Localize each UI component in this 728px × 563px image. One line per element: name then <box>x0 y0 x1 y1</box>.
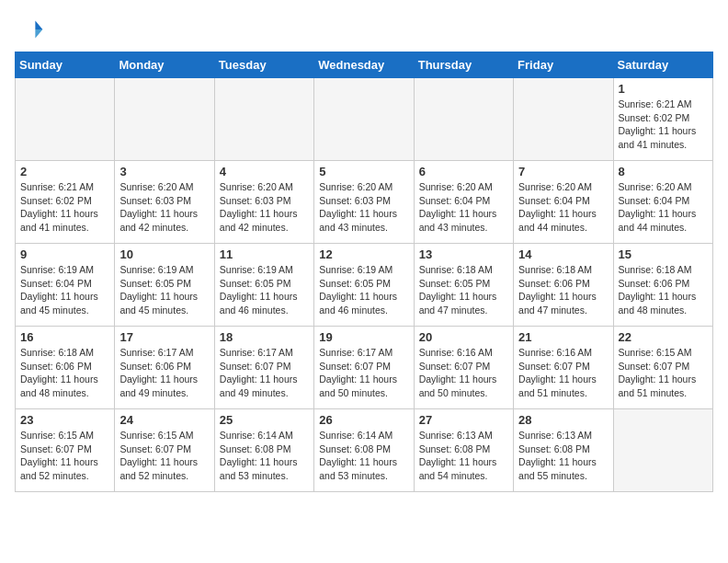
calendar-week-2: 2Sunrise: 6:21 AM Sunset: 6:02 PM Daylig… <box>16 161 713 244</box>
day-number: 4 <box>220 165 309 178</box>
day-info: Sunrise: 6:17 AM Sunset: 6:06 PM Dayligh… <box>119 346 209 400</box>
day-number: 23 <box>20 413 109 427</box>
calendar-cell: 14Sunrise: 6:18 AM Sunset: 6:06 PM Dayli… <box>514 244 613 327</box>
day-info: Sunrise: 6:20 AM Sunset: 6:03 PM Dayligh… <box>220 180 309 235</box>
calendar-cell <box>214 78 313 161</box>
calendar-cell <box>314 78 414 161</box>
day-info: Sunrise: 6:18 AM Sunset: 6:06 PM Dayligh… <box>619 263 708 317</box>
calendar-cell <box>514 78 613 161</box>
day-info: Sunrise: 6:19 AM Sunset: 6:04 PM Dayligh… <box>20 263 109 317</box>
day-info: Sunrise: 6:19 AM Sunset: 6:05 PM Dayligh… <box>119 263 209 317</box>
logo <box>15 15 48 44</box>
calendar-cell: 24Sunrise: 6:15 AM Sunset: 6:07 PM Dayli… <box>115 409 214 492</box>
calendar-cell: 9Sunrise: 6:19 AM Sunset: 6:04 PM Daylig… <box>16 244 115 327</box>
calendar-cell: 20Sunrise: 6:16 AM Sunset: 6:07 PM Dayli… <box>414 327 513 409</box>
day-info: Sunrise: 6:14 AM Sunset: 6:08 PM Dayligh… <box>319 429 408 483</box>
calendar-cell <box>613 409 712 492</box>
calendar-cell: 21Sunrise: 6:16 AM Sunset: 6:07 PM Dayli… <box>514 327 613 409</box>
svg-marker-0 <box>35 20 42 29</box>
day-number: 8 <box>619 165 708 178</box>
calendar-cell <box>115 78 214 161</box>
day-info: Sunrise: 6:20 AM Sunset: 6:04 PM Dayligh… <box>419 180 508 235</box>
day-number: 27 <box>419 413 508 427</box>
day-info: Sunrise: 6:17 AM Sunset: 6:07 PM Dayligh… <box>220 346 309 400</box>
calendar-cell <box>16 78 115 161</box>
calendar-cell: 27Sunrise: 6:13 AM Sunset: 6:08 PM Dayli… <box>414 409 513 492</box>
day-info: Sunrise: 6:15 AM Sunset: 6:07 PM Dayligh… <box>20 429 109 483</box>
calendar-cell: 22Sunrise: 6:15 AM Sunset: 6:07 PM Dayli… <box>613 327 712 409</box>
calendar-body: 1Sunrise: 6:21 AM Sunset: 6:02 PM Daylig… <box>16 78 713 492</box>
calendar-table: SundayMondayTuesdayWednesdayThursdayFrid… <box>15 52 713 492</box>
day-number: 13 <box>419 247 508 261</box>
day-number: 12 <box>319 247 408 261</box>
day-number: 24 <box>119 413 209 427</box>
day-number: 15 <box>619 247 708 261</box>
calendar-week-1: 1Sunrise: 6:21 AM Sunset: 6:02 PM Daylig… <box>16 78 713 161</box>
day-number: 20 <box>419 330 508 344</box>
calendar-week-5: 23Sunrise: 6:15 AM Sunset: 6:07 PM Dayli… <box>16 409 713 492</box>
calendar-cell: 19Sunrise: 6:17 AM Sunset: 6:07 PM Dayli… <box>314 327 414 409</box>
weekday-header-wednesday: Wednesday <box>314 52 414 78</box>
day-number: 28 <box>518 413 608 427</box>
calendar-cell: 3Sunrise: 6:20 AM Sunset: 6:03 PM Daylig… <box>115 161 214 244</box>
calendar-cell: 2Sunrise: 6:21 AM Sunset: 6:02 PM Daylig… <box>16 161 115 244</box>
calendar-week-3: 9Sunrise: 6:19 AM Sunset: 6:04 PM Daylig… <box>16 244 713 327</box>
day-number: 7 <box>518 165 608 178</box>
day-number: 19 <box>319 330 408 344</box>
calendar-cell: 11Sunrise: 6:19 AM Sunset: 6:05 PM Dayli… <box>214 244 313 327</box>
calendar-cell: 8Sunrise: 6:20 AM Sunset: 6:04 PM Daylig… <box>613 161 712 244</box>
calendar-cell: 5Sunrise: 6:20 AM Sunset: 6:03 PM Daylig… <box>314 161 414 244</box>
calendar-cell: 16Sunrise: 6:18 AM Sunset: 6:06 PM Dayli… <box>16 327 115 409</box>
calendar-cell: 15Sunrise: 6:18 AM Sunset: 6:06 PM Dayli… <box>613 244 712 327</box>
weekday-header-tuesday: Tuesday <box>214 52 313 78</box>
day-number: 5 <box>319 165 408 178</box>
calendar-cell: 26Sunrise: 6:14 AM Sunset: 6:08 PM Dayli… <box>314 409 414 492</box>
day-info: Sunrise: 6:20 AM Sunset: 6:04 PM Dayligh… <box>518 180 608 235</box>
day-number: 16 <box>20 330 109 344</box>
day-info: Sunrise: 6:13 AM Sunset: 6:08 PM Dayligh… <box>419 429 508 483</box>
day-info: Sunrise: 6:21 AM Sunset: 6:02 PM Dayligh… <box>619 98 708 152</box>
day-info: Sunrise: 6:21 AM Sunset: 6:02 PM Dayligh… <box>20 180 109 235</box>
weekday-header-monday: Monday <box>115 52 214 78</box>
day-number: 18 <box>220 330 309 344</box>
calendar-cell: 6Sunrise: 6:20 AM Sunset: 6:04 PM Daylig… <box>414 161 513 244</box>
calendar-header: SundayMondayTuesdayWednesdayThursdayFrid… <box>16 52 713 78</box>
weekday-row: SundayMondayTuesdayWednesdayThursdayFrid… <box>16 52 713 78</box>
calendar-cell: 28Sunrise: 6:13 AM Sunset: 6:08 PM Dayli… <box>514 409 613 492</box>
weekday-header-thursday: Thursday <box>414 52 513 78</box>
day-info: Sunrise: 6:20 AM Sunset: 6:03 PM Dayligh… <box>319 180 408 235</box>
day-info: Sunrise: 6:17 AM Sunset: 6:07 PM Dayligh… <box>319 346 408 400</box>
calendar-cell: 10Sunrise: 6:19 AM Sunset: 6:05 PM Dayli… <box>115 244 214 327</box>
day-number: 14 <box>518 247 608 261</box>
day-number: 21 <box>518 330 608 344</box>
day-number: 11 <box>220 247 309 261</box>
day-number: 6 <box>419 165 508 178</box>
day-info: Sunrise: 6:16 AM Sunset: 6:07 PM Dayligh… <box>518 346 608 400</box>
day-number: 2 <box>20 165 109 178</box>
calendar-cell <box>414 78 513 161</box>
day-info: Sunrise: 6:19 AM Sunset: 6:05 PM Dayligh… <box>220 263 309 317</box>
calendar-cell: 7Sunrise: 6:20 AM Sunset: 6:04 PM Daylig… <box>514 161 613 244</box>
calendar-cell: 17Sunrise: 6:17 AM Sunset: 6:06 PM Dayli… <box>115 327 214 409</box>
calendar-cell: 12Sunrise: 6:19 AM Sunset: 6:05 PM Dayli… <box>314 244 414 327</box>
svg-marker-1 <box>35 29 42 39</box>
day-number: 26 <box>319 413 408 427</box>
day-number: 9 <box>20 247 109 261</box>
day-info: Sunrise: 6:13 AM Sunset: 6:08 PM Dayligh… <box>518 429 608 483</box>
weekday-header-sunday: Sunday <box>16 52 115 78</box>
day-info: Sunrise: 6:18 AM Sunset: 6:06 PM Dayligh… <box>518 263 608 317</box>
day-info: Sunrise: 6:15 AM Sunset: 6:07 PM Dayligh… <box>119 429 209 483</box>
day-number: 1 <box>619 82 708 96</box>
calendar-cell: 23Sunrise: 6:15 AM Sunset: 6:07 PM Dayli… <box>16 409 115 492</box>
weekday-header-saturday: Saturday <box>613 52 712 78</box>
day-info: Sunrise: 6:15 AM Sunset: 6:07 PM Dayligh… <box>619 346 708 400</box>
weekday-header-friday: Friday <box>514 52 613 78</box>
calendar-cell: 1Sunrise: 6:21 AM Sunset: 6:02 PM Daylig… <box>613 78 712 161</box>
day-info: Sunrise: 6:16 AM Sunset: 6:07 PM Dayligh… <box>419 346 508 400</box>
calendar-cell: 4Sunrise: 6:20 AM Sunset: 6:03 PM Daylig… <box>214 161 313 244</box>
logo-icon <box>15 15 44 44</box>
day-info: Sunrise: 6:18 AM Sunset: 6:06 PM Dayligh… <box>20 346 109 400</box>
calendar-cell: 13Sunrise: 6:18 AM Sunset: 6:05 PM Dayli… <box>414 244 513 327</box>
day-info: Sunrise: 6:14 AM Sunset: 6:08 PM Dayligh… <box>220 429 309 483</box>
day-number: 17 <box>119 330 209 344</box>
